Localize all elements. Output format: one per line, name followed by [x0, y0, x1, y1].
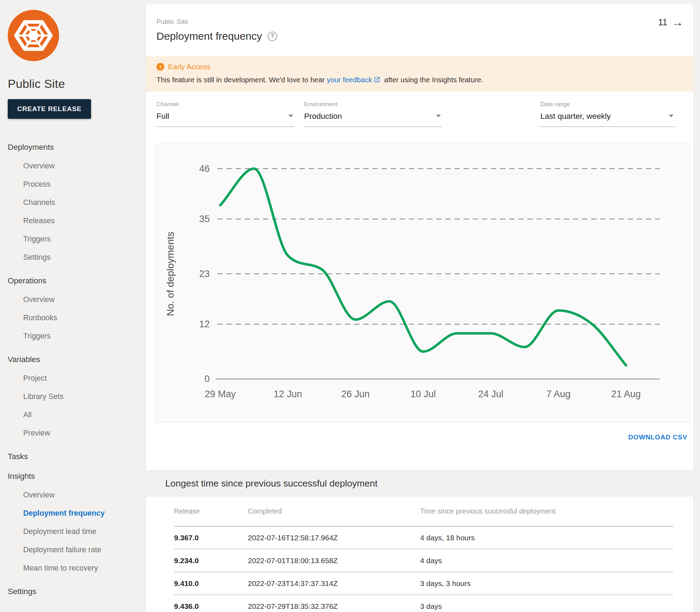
table-cell: 2022-07-16T12:58:17.964Z — [248, 534, 420, 542]
sidebar-item-triggers[interactable]: Triggers — [8, 230, 146, 248]
table-cell: 2022-07-23T14:37:37.314Z — [248, 579, 420, 588]
project-logo spiderweb-icon — [8, 10, 59, 61]
y-tick-label: 0 — [205, 374, 210, 384]
table-cell: 9.234.0 — [174, 556, 248, 565]
x-tick-label: 12 Jun — [274, 389, 302, 399]
alert-icon: ! — [156, 63, 164, 71]
y-tick-label: 23 — [199, 269, 210, 279]
download-csv-link[interactable]: DOWNLOAD CSV — [628, 433, 687, 441]
page-header: Public Site Deployment frequency ? 11 → — [146, 4, 693, 44]
early-access-label: Early Access — [168, 63, 210, 71]
page-title: Deployment frequency — [156, 30, 262, 42]
count-value: 11 — [658, 17, 667, 27]
breadcrumb[interactable]: Public Site — [156, 18, 693, 26]
y-tick-label: 46 — [199, 163, 210, 174]
x-tick-label: 10 Jul — [411, 389, 436, 399]
sidebar: Public Site CREATE RELEASE DeploymentsOv… — [0, 0, 146, 612]
sidebar-item-mean-time-to-recovery[interactable]: Mean time to recovery — [8, 559, 146, 577]
sidebar-item-project[interactable]: Project — [8, 369, 146, 387]
section-band: Longest time since previous successful d… — [146, 470, 693, 497]
sidebar-section-settings[interactable]: Settings — [8, 586, 146, 597]
x-tick-label: 7 Aug — [546, 389, 571, 399]
filter-value: Last quarter, weekly — [540, 111, 675, 122]
sidebar-item-releases[interactable]: Releases — [8, 212, 146, 230]
table-row[interactable]: 9.367.02022-07-16T12:58:17.964Z4 days, 1… — [174, 527, 673, 549]
arrow-right-icon: → — [672, 16, 683, 28]
table-cell: 4 days — [420, 556, 673, 565]
sidebar-item-preview[interactable]: Preview — [8, 424, 146, 442]
sidebar-item-process[interactable]: Process — [8, 175, 146, 193]
table-row[interactable]: 9.436.02022-07-29T18:35:32.376Z3 days — [174, 595, 673, 612]
banner-text-before: This feature is still in development. We… — [156, 76, 327, 84]
x-tick-label: 29 May — [205, 389, 236, 399]
filter-label: Date range — [540, 101, 675, 108]
filter-select-channel[interactable]: ChannelFull — [156, 101, 295, 127]
table-header-row: ReleaseCompletedTime since previous succ… — [174, 497, 673, 527]
main-card: Public Site Deployment frequency ? 11 → … — [146, 4, 693, 612]
sidebar-item-deployment-lead-time[interactable]: Deployment lead time — [8, 522, 146, 541]
table-cell: 2022-07-01T18:00:13.658Z — [248, 556, 420, 565]
chevron-down-icon — [288, 115, 293, 117]
banner-text: This feature is still in development. We… — [156, 75, 683, 84]
sidebar-item-deployment-frequency[interactable]: Deployment frequency — [8, 504, 146, 522]
sidebar-item-library-sets[interactable]: Library Sets — [8, 387, 146, 406]
sidebar-item-settings[interactable]: Settings — [8, 248, 146, 266]
deployments-line-series — [220, 169, 626, 365]
x-tick-label: 26 Jun — [341, 389, 370, 399]
table-cell: 9.367.0 — [174, 534, 248, 542]
deployment-frequency-chart: 012233546No. of deployments29 May12 Jun2… — [156, 144, 690, 422]
sidebar-item-channels[interactable]: Channels — [8, 193, 146, 212]
table-cell: 9.436.0 — [174, 602, 248, 611]
table-cell: 3 days, 3 hours — [420, 579, 673, 588]
y-axis-label: No. of deployments — [165, 232, 176, 316]
chart-panel: 012233546No. of deployments29 May12 Jun2… — [155, 144, 690, 422]
section-title: Longest time since previous successful d… — [165, 478, 378, 489]
help-question-icon[interactable]: ? — [268, 32, 277, 41]
early-access-banner: ! Early Access This feature is still in … — [146, 56, 693, 91]
filter-label: Channel — [156, 101, 295, 108]
y-tick-label: 35 — [199, 214, 210, 224]
filter-select-date-range[interactable]: Date rangeLast quarter, weekly — [540, 101, 675, 127]
chevron-down-icon — [669, 115, 674, 117]
sidebar-item-overview[interactable]: Overview — [8, 157, 146, 175]
feedback-link[interactable]: your feedback — [327, 76, 372, 84]
x-tick-label: 24 Jul — [478, 389, 503, 399]
sidebar-section-variables[interactable]: Variables — [8, 354, 146, 365]
y-tick-label: 12 — [199, 319, 210, 329]
table-cell: 4 days, 18 hours — [420, 534, 673, 542]
sidebar-nav: DeploymentsOverviewProcessChannelsReleas… — [8, 142, 146, 597]
sidebar-section-tasks[interactable]: Tasks — [8, 451, 146, 462]
banner-text-after: after using the Insights feature. — [382, 76, 483, 84]
sidebar-item-deployment-failure-rate[interactable]: Deployment failure rate — [8, 541, 146, 559]
table-cell: 3 days — [420, 602, 673, 611]
filters-row: ChannelFullEnvironmentProductionDate ran… — [156, 101, 675, 127]
filter-value: Production — [304, 111, 442, 122]
sidebar-item-overview[interactable]: Overview — [8, 486, 146, 504]
page: { "colors": { "brand_orange": "#e8651c",… — [0, 0, 700, 612]
longest-time-table: ReleaseCompletedTime since previous succ… — [174, 497, 673, 612]
column-header: Release — [174, 507, 248, 515]
sidebar-section-insights[interactable]: Insights — [8, 471, 146, 482]
filter-label: Environment — [304, 101, 442, 108]
table-cell: 9.410.0 — [174, 579, 248, 588]
create-release-button[interactable]: CREATE RELEASE — [8, 99, 91, 119]
sidebar-item-overview[interactable]: Overview — [8, 290, 146, 309]
sidebar-item-runbooks[interactable]: Runbooks — [8, 309, 146, 327]
external-link-icon — [374, 76, 380, 83]
column-header: Completed — [248, 507, 420, 515]
table-cell: 2022-07-29T18:35:32.376Z — [248, 602, 420, 611]
x-tick-label: 21 Aug — [611, 389, 641, 399]
table-row[interactable]: 9.234.02022-07-01T18:00:13.658Z4 days — [174, 549, 673, 572]
column-header: Time since previous successful deploymen… — [420, 507, 673, 515]
sidebar-section-operations[interactable]: Operations — [8, 276, 146, 286]
sidebar-section-deployments[interactable]: Deployments — [8, 142, 146, 153]
project-name: Public Site — [8, 77, 146, 91]
header-count-link[interactable]: 11 → — [658, 16, 683, 28]
filter-select-environment[interactable]: EnvironmentProduction — [304, 101, 442, 127]
table-row[interactable]: 9.410.02022-07-23T14:37:37.314Z3 days, 3… — [174, 572, 673, 595]
chevron-down-icon — [436, 115, 441, 117]
sidebar-item-all[interactable]: All — [8, 406, 146, 424]
sidebar-item-triggers[interactable]: Triggers — [8, 327, 146, 345]
filter-value: Full — [156, 111, 295, 122]
